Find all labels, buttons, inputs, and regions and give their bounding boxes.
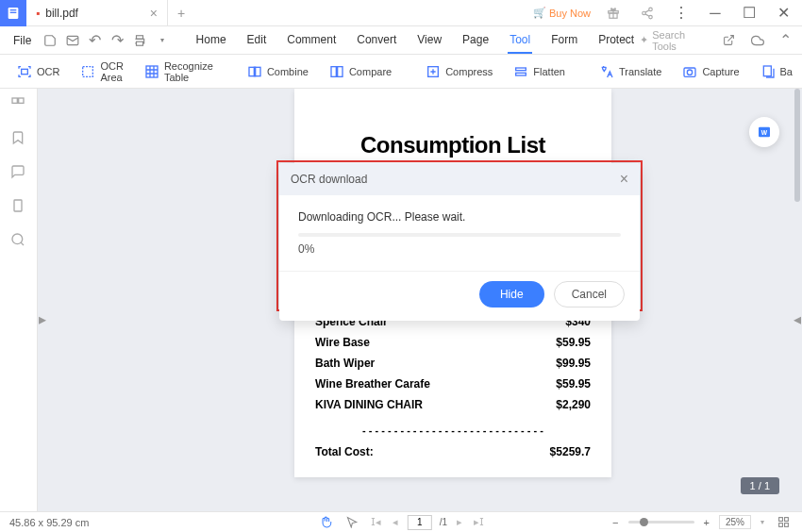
close-window-button[interactable]: ✕ bbox=[772, 2, 794, 25]
first-page-icon[interactable]: 𝖨◂ bbox=[369, 516, 383, 528]
document-tab[interactable]: ▪ bill.pdf × bbox=[26, 0, 168, 25]
dialog-message: Downloading OCR... Please wait. bbox=[298, 210, 621, 224]
svg-rect-2 bbox=[10, 11, 17, 12]
list-item: Wine Breather Carafe$59.95 bbox=[315, 374, 591, 394]
dialog-title: OCR download bbox=[291, 173, 367, 186]
page-number-input[interactable] bbox=[408, 515, 432, 530]
page-total: /1 bbox=[440, 517, 447, 527]
bookmark-icon[interactable] bbox=[10, 130, 27, 147]
flatten-icon bbox=[513, 64, 528, 79]
svg-rect-31 bbox=[784, 518, 788, 522]
capture-button[interactable]: Capture bbox=[675, 60, 746, 83]
svg-rect-26 bbox=[14, 200, 22, 211]
cancel-button[interactable]: Cancel bbox=[554, 281, 625, 308]
hide-button[interactable]: Hide bbox=[479, 281, 544, 308]
save-icon[interactable] bbox=[41, 31, 59, 50]
menu-edit[interactable]: Edit bbox=[245, 27, 269, 54]
vertical-scrollbar[interactable] bbox=[794, 89, 800, 511]
redo-icon[interactable]: ↷ bbox=[108, 31, 126, 50]
menu-page[interactable]: Page bbox=[460, 27, 491, 54]
ocr-download-dialog: OCR download × Downloading OCR... Please… bbox=[279, 163, 640, 321]
tab-filename: bill.pdf bbox=[45, 7, 78, 20]
svg-rect-23 bbox=[763, 66, 771, 76]
buy-now-link[interactable]: 🛒 Buy Now bbox=[533, 7, 591, 19]
maximize-button[interactable]: ☐ bbox=[738, 2, 760, 25]
svg-text:W: W bbox=[761, 129, 768, 136]
translate-icon bbox=[599, 64, 614, 79]
combine-button[interactable]: Combine bbox=[240, 60, 316, 83]
fit-page-icon[interactable] bbox=[774, 513, 793, 532]
next-page-icon[interactable]: ▸ bbox=[455, 516, 464, 528]
svg-rect-13 bbox=[146, 66, 158, 77]
menu-form[interactable]: Form bbox=[549, 27, 579, 54]
kebab-menu-icon[interactable]: ⋮ bbox=[670, 2, 693, 25]
svg-point-22 bbox=[688, 70, 693, 75]
table-icon bbox=[144, 64, 159, 79]
svg-rect-32 bbox=[778, 524, 782, 527]
document-title: Consumption List bbox=[315, 132, 591, 158]
gift-icon[interactable] bbox=[602, 2, 625, 25]
new-tab-button[interactable]: + bbox=[168, 6, 194, 21]
zoom-slider[interactable] bbox=[628, 521, 694, 524]
total-value: $5259.7 bbox=[550, 445, 591, 458]
expand-left-icon[interactable]: ▸ bbox=[38, 300, 47, 338]
compare-button[interactable]: Compare bbox=[322, 60, 399, 83]
svg-rect-20 bbox=[516, 73, 526, 75]
ocr-area-button[interactable]: OCR Area bbox=[73, 57, 130, 87]
share-icon[interactable] bbox=[636, 2, 659, 25]
svg-point-6 bbox=[643, 11, 646, 15]
zoom-value[interactable]: 25% bbox=[719, 515, 751, 529]
close-tab-icon[interactable]: × bbox=[150, 6, 158, 21]
hand-tool-icon[interactable] bbox=[316, 513, 335, 532]
menu-convert[interactable]: Convert bbox=[355, 27, 398, 54]
zoom-out-icon[interactable]: − bbox=[612, 517, 618, 528]
batch-icon bbox=[760, 64, 776, 79]
ocr-icon bbox=[17, 64, 32, 79]
progress-percent: 0% bbox=[298, 242, 621, 256]
print-dropdown-icon[interactable]: ▾ bbox=[153, 31, 172, 50]
status-dimensions: 45.86 x 95.29 cm bbox=[9, 517, 89, 528]
undo-icon[interactable]: ↶ bbox=[86, 31, 105, 50]
compare-icon bbox=[329, 64, 344, 79]
select-tool-icon[interactable] bbox=[343, 513, 361, 532]
flatten-button[interactable]: Flatten bbox=[506, 60, 573, 83]
menu-protect[interactable]: Protect bbox=[596, 27, 636, 54]
attachment-icon[interactable] bbox=[10, 198, 27, 215]
recognize-table-button[interactable]: Recognize Table bbox=[137, 57, 221, 87]
dialog-close-icon[interactable]: × bbox=[620, 171, 628, 188]
cloud-icon[interactable] bbox=[748, 31, 767, 50]
ocr-button[interactable]: OCR bbox=[9, 60, 67, 83]
batch-button[interactable]: Ba bbox=[753, 60, 800, 83]
thumbnails-icon[interactable] bbox=[10, 96, 27, 113]
prev-page-icon[interactable]: ◂ bbox=[391, 516, 400, 528]
list-item: Wire Base$59.95 bbox=[315, 332, 591, 353]
total-label: Total Cost: bbox=[315, 445, 374, 458]
compress-button[interactable]: Compress bbox=[418, 60, 500, 83]
file-menu[interactable]: File bbox=[8, 30, 37, 51]
combine-icon bbox=[247, 64, 262, 79]
translate-button[interactable]: Translate bbox=[592, 60, 669, 83]
mail-icon[interactable] bbox=[63, 31, 82, 50]
open-external-icon[interactable] bbox=[720, 31, 739, 50]
svg-rect-10 bbox=[137, 42, 143, 45]
menu-comment[interactable]: Comment bbox=[285, 27, 338, 54]
svg-rect-1 bbox=[10, 9, 17, 10]
app-logo bbox=[0, 0, 26, 26]
menu-home[interactable]: Home bbox=[194, 27, 228, 54]
menu-view[interactable]: View bbox=[415, 27, 443, 54]
last-page-icon[interactable]: ▸𝖨 bbox=[472, 516, 486, 528]
zoom-dropdown-icon[interactable]: ▾ bbox=[760, 518, 764, 526]
search-panel-icon[interactable] bbox=[10, 232, 27, 249]
zoom-in-icon[interactable]: + bbox=[704, 517, 710, 528]
export-word-badge[interactable]: W bbox=[749, 117, 779, 147]
comment-icon[interactable] bbox=[10, 164, 27, 181]
svg-rect-16 bbox=[331, 66, 336, 76]
print-icon[interactable] bbox=[130, 31, 149, 50]
svg-rect-24 bbox=[12, 98, 17, 103]
svg-point-27 bbox=[12, 234, 23, 244]
collapse-ribbon-icon[interactable]: ⌃ bbox=[776, 31, 794, 50]
capture-icon bbox=[682, 64, 697, 79]
menu-tool[interactable]: Tool bbox=[508, 27, 532, 54]
minimize-button[interactable]: ─ bbox=[704, 2, 727, 25]
search-tools[interactable]: ✦ Search Tools bbox=[640, 29, 710, 52]
